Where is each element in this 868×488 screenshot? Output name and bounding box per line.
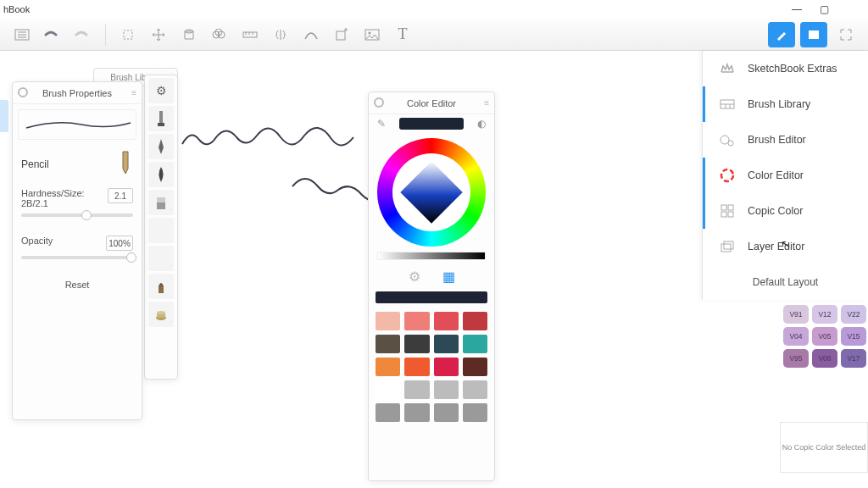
color-swatch[interactable]	[463, 358, 487, 376]
crop-icon[interactable]	[114, 22, 142, 47]
color-wheel[interactable]	[377, 138, 486, 247]
svg-rect-34	[721, 205, 726, 210]
color-swatch[interactable]	[463, 335, 487, 353]
color-swatch[interactable]	[404, 380, 429, 399]
brush-mode-button[interactable]	[768, 22, 795, 47]
panel-menu-icon[interactable]: ≡	[484, 98, 489, 108]
eyedropper-icon[interactable]: ✎	[376, 118, 387, 130]
svg-rect-36	[721, 212, 726, 217]
brush-item[interactable]	[148, 162, 174, 187]
redo-icon[interactable]	[70, 22, 97, 47]
ruler-icon[interactable]	[236, 22, 264, 47]
menu-item-label: SketchBook Extras	[748, 63, 837, 75]
menu-item-color-editor[interactable]: Color Editor	[703, 158, 868, 193]
hardness-value-input[interactable]: 2.1	[108, 188, 133, 203]
left-tab-strip[interactable]	[0, 100, 8, 132]
color-swatch[interactable]	[404, 403, 429, 422]
color-palette	[369, 307, 494, 427]
menu-item-sketchbook-extras[interactable]: SketchBook Extras	[703, 51, 868, 86]
svg-rect-4	[124, 30, 132, 39]
brightness-icon[interactable]: ◐	[476, 118, 487, 130]
panels-mode-button[interactable]	[800, 22, 827, 47]
brush-item[interactable]	[148, 134, 174, 159]
svg-rect-21	[157, 202, 165, 209]
brush-settings-icon[interactable]: ⚙	[148, 78, 174, 103]
copic-chip[interactable]: V15	[841, 327, 866, 346]
svg-rect-37	[728, 212, 733, 217]
brush-item[interactable]	[148, 302, 174, 327]
copic-chip[interactable]: V95	[783, 349, 809, 368]
menu-item-brush-editor[interactable]: Brush Editor	[703, 122, 868, 158]
undo-icon[interactable]	[39, 22, 66, 47]
brush-name: Pencil	[21, 158, 49, 170]
hardness-slider[interactable]	[21, 214, 133, 217]
svg-rect-22	[157, 197, 165, 202]
mirror-icon[interactable]	[267, 22, 294, 47]
color-swatch[interactable]	[434, 403, 459, 422]
color-editor-panel: Color Editor ≡ ✎ ◐ ⚙ ▦	[368, 92, 495, 481]
move-icon[interactable]	[145, 22, 172, 47]
menu-icon[interactable]	[8, 22, 36, 47]
svg-rect-35	[728, 205, 733, 210]
copic-status-text: No Copic Color Selected	[780, 422, 868, 473]
default-layout-button[interactable]: Default Layout	[703, 264, 868, 300]
copic-chip[interactable]: V12	[812, 305, 837, 324]
color-swatch[interactable]	[434, 335, 459, 353]
svg-point-26	[157, 311, 165, 314]
color-swatch[interactable]	[404, 312, 429, 330]
opacity-label: Opacity	[21, 236, 53, 251]
brush-item[interactable]	[148, 218, 174, 243]
shapes-icon[interactable]	[206, 22, 233, 47]
brush-item[interactable]	[148, 274, 174, 299]
current-color-swatch[interactable]	[399, 118, 464, 130]
menu-item-label: Brush Library	[748, 98, 810, 110]
fullscreen-icon[interactable]	[832, 22, 860, 47]
reset-button[interactable]: Reset	[13, 264, 142, 305]
panel-menu-icon[interactable]: ≡	[131, 88, 136, 97]
copic-chip[interactable]: V91	[783, 305, 809, 324]
text-icon[interactable]: T	[389, 22, 416, 47]
grayscale-ramp[interactable]	[377, 252, 486, 260]
curve-icon[interactable]	[298, 22, 325, 47]
opacity-slider[interactable]	[21, 256, 133, 259]
layer-add-icon[interactable]	[328, 22, 355, 47]
color-swatch[interactable]	[376, 358, 400, 376]
color-swatch[interactable]	[376, 312, 400, 330]
copic-chip[interactable]: V06	[812, 349, 837, 368]
brush-item[interactable]	[148, 246, 174, 271]
pin-icon[interactable]	[374, 97, 384, 108]
brush-item[interactable]	[148, 106, 174, 131]
color-swatch[interactable]	[434, 312, 459, 330]
brush-item[interactable]	[148, 190, 174, 215]
color-swatch[interactable]	[376, 335, 400, 353]
svg-rect-20	[158, 123, 164, 126]
color-swatch[interactable]	[376, 403, 400, 422]
svg-marker-18	[123, 152, 128, 174]
color-swatch[interactable]	[404, 358, 429, 376]
brush-library-panel: ⚙	[144, 75, 178, 380]
sliders-tab-icon[interactable]: ⚙	[409, 269, 420, 285]
color-swatch[interactable]	[463, 380, 487, 399]
window-minimize-button[interactable]: —	[783, 3, 810, 15]
bucket-icon[interactable]	[175, 22, 203, 47]
pin-icon[interactable]	[18, 87, 28, 97]
swatches-tab-icon[interactable]: ▦	[442, 269, 455, 285]
copic-chip[interactable]: V04	[783, 327, 809, 346]
color-swatch[interactable]	[463, 403, 487, 422]
menu-item-copic-color[interactable]: Copic Color	[703, 193, 868, 229]
color-swatch[interactable]	[404, 335, 429, 353]
image-icon[interactable]	[359, 22, 386, 47]
svg-rect-17	[809, 30, 819, 39]
window-maximize-button[interactable]: ▢	[810, 3, 837, 15]
stroke-preview	[18, 109, 136, 140]
menu-item-brush-library[interactable]: Brush Library	[703, 86, 868, 122]
color-swatch[interactable]	[434, 358, 459, 376]
color-swatch[interactable]	[463, 312, 487, 330]
copic-chip[interactable]: V17	[841, 349, 866, 368]
copic-chip[interactable]: V05	[812, 327, 837, 346]
opacity-value-input[interactable]: 100%	[106, 236, 133, 251]
pencil-icon	[118, 150, 133, 178]
copic-chip[interactable]: V22	[841, 305, 866, 324]
color-swatch[interactable]	[434, 380, 459, 399]
color-swatch[interactable]	[376, 380, 400, 399]
